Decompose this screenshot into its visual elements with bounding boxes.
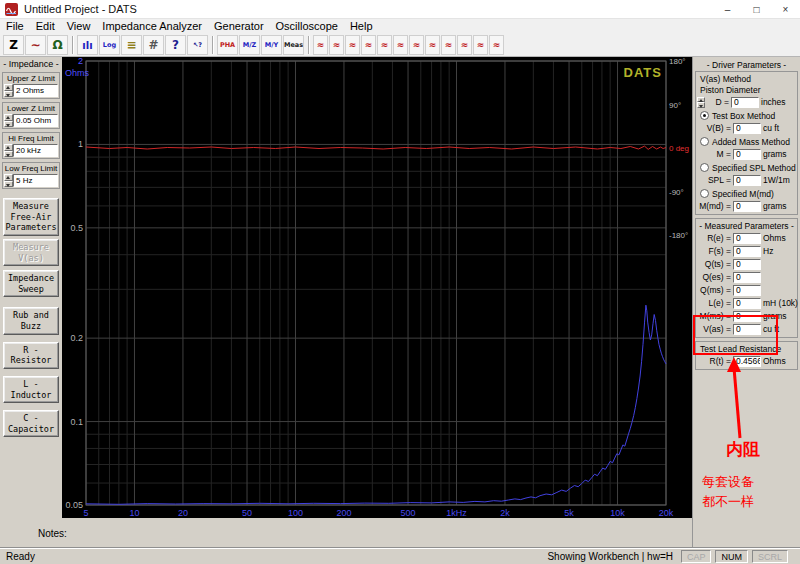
driver-parameters-title: - Driver Parameters - [693,60,800,70]
m-input[interactable]: 0 [733,149,761,160]
preset-2-button[interactable]: ≈ [329,35,344,55]
maximize-button[interactable]: □ [742,0,771,18]
notes-label: Notes: [38,528,67,539]
preset-3-button[interactable]: ≈ [345,35,360,55]
vb-row: V(B) = 0 cu ft [697,122,796,134]
svg-text:100: 100 [288,508,303,518]
qts-value: 0 [733,259,761,270]
magnitude-y-toggle-button[interactable]: M/Y [261,35,282,55]
test-box-method-radio[interactable]: Test Box Method [700,110,796,121]
lower-z-limit-value[interactable]: 0.05 Ohm [13,114,58,127]
spinner-up-down-buttons[interactable] [4,174,13,187]
preset-10-button[interactable]: ≈ [457,35,472,55]
impedance-panel-title: - Impedance - [0,59,62,69]
preset-6-button[interactable]: ≈ [393,35,408,55]
workbench-status: Showing Workbench | hw=H [547,551,673,562]
measure-vas-button[interactable]: Measure V(as) [3,239,59,266]
svg-text:-180°: -180° [669,231,688,240]
r-resistor-button[interactable]: R - Resistor [3,342,59,369]
menu-item-view[interactable]: View [61,19,97,34]
menu-item-oscilloscope[interactable]: Oscilloscope [270,19,344,34]
fs-unit: Hz [761,246,773,256]
log-scale-button[interactable]: Log [99,35,120,55]
c-capacitor-button[interactable]: C - Capacitor [3,410,59,437]
toolbar-separator [72,36,74,54]
spl-row: SPL = 0 1W/1m [697,174,796,186]
svg-text:0.1: 0.1 [70,417,83,427]
sine-generator-button[interactable]: ∼ [25,35,46,55]
app-icon [5,3,18,16]
preset-1-button[interactable]: ≈ [313,35,328,55]
x-tick-labels: 51020501002005001kHz2k5k10k20k [83,508,673,518]
measure-free-air-parameters-button[interactable]: Measure Free-Air Parameters [3,198,59,236]
preset-9-button[interactable]: ≈ [441,35,456,55]
radio-icon [700,137,709,146]
qes-label: Q(es) = [697,272,733,282]
phase-toggle-button[interactable]: PHA [217,35,238,55]
legend-button[interactable]: ≡ [121,35,142,55]
spinner-up-down-buttons[interactable] [4,144,13,157]
hi-freq-limit-group: Hi Freq Limit 20 kHz [2,132,60,159]
help-button[interactable]: ? [165,35,186,55]
bar-graph-button[interactable]: ılı [77,35,98,55]
d-input[interactable]: 0 [731,97,759,108]
measured-param-row: L(e) = 0 mH (10k) [697,297,796,309]
close-button[interactable]: × [771,0,800,18]
impedance-sweep-button[interactable]: Impedance Sweep [3,270,59,297]
low-freq-limit-value[interactable]: 5 Hz [13,174,58,187]
menu-item-help[interactable]: Help [344,19,379,34]
added-mass-method-radio[interactable]: Added Mass Method [700,136,796,147]
rub-and-buzz-button[interactable]: Rub and Buzz [3,307,59,334]
specified-spl-method-radio[interactable]: Specified SPL Method [700,162,796,173]
major-grid [86,61,666,505]
preset-11-button[interactable]: ≈ [473,35,488,55]
window-controls: – □ × [713,0,800,18]
piston-diameter-spinner[interactable] [697,97,705,108]
caps-lock-indicator: CAP [681,550,712,563]
spinner-up-down-buttons[interactable] [4,114,13,127]
magnitude-z-toggle-button[interactable]: M/Z [239,35,260,55]
svg-text:90°: 90° [669,101,681,110]
menu-item-generator[interactable]: Generator [208,19,270,34]
mmd-input[interactable]: 0 [733,201,761,212]
specified-mmd-radio[interactable]: Specified M(md) [700,188,796,199]
preset-5-button[interactable]: ≈ [377,35,392,55]
preset-4-button[interactable]: ≈ [361,35,376,55]
scroll-lock-indicator: SCRL [752,550,788,563]
added-mass-row: M = 0 grams [697,148,796,160]
impedance-z-button[interactable]: Z [3,35,24,55]
fs-value: 0 [733,246,761,257]
menu-bar: File Edit View Impedance Analyzer Genera… [0,19,800,34]
menu-item-edit[interactable]: Edit [30,19,61,34]
mmd-label: M(md) = [697,201,733,211]
radio-icon [700,189,709,198]
calibrate-button[interactable]: Ω [47,35,68,55]
menu-item-impedance-analyzer[interactable]: Impedance Analyzer [96,19,208,34]
hi-freq-limit-label: Hi Freq Limit [4,134,58,143]
spl-input[interactable]: 0 [733,175,761,186]
minimize-button[interactable]: – [713,0,742,18]
svg-text:50: 50 [242,508,252,518]
impedance-settings-panel: - Impedance - Upper Z Limit 2 Ohms Lower… [0,57,62,518]
vb-input[interactable]: 0 [733,123,761,134]
radio-icon [700,163,709,172]
preset-8-button[interactable]: ≈ [425,35,440,55]
l-inductor-button[interactable]: L - Inductor [3,376,59,403]
hi-freq-limit-value[interactable]: 20 kHz [13,144,58,157]
notes-row: Notes: [0,518,692,547]
measured-parameters-title: - Measured Parameters - [697,221,796,231]
low-freq-limit-group: Low Freq Limit 5 Hz [2,162,60,189]
preset-12-button[interactable]: ≈ [489,35,504,55]
svg-text:500: 500 [400,508,415,518]
preset-7-button[interactable]: ≈ [409,35,424,55]
menu-item-file[interactable]: File [0,19,30,34]
toolbar-separator [212,36,214,54]
svg-text:5k: 5k [564,508,574,518]
spinner-up-down-buttons[interactable] [4,84,13,97]
grid-button[interactable]: # [143,35,164,55]
upper-z-limit-value[interactable]: 2 Ohms [13,84,58,97]
context-help-button[interactable]: ↖? [187,35,208,55]
measured-param-row: R(e) = 0 Ohms [697,232,796,244]
svg-text:10k: 10k [610,508,625,518]
measurement-window-button[interactable]: Meas [283,35,304,55]
